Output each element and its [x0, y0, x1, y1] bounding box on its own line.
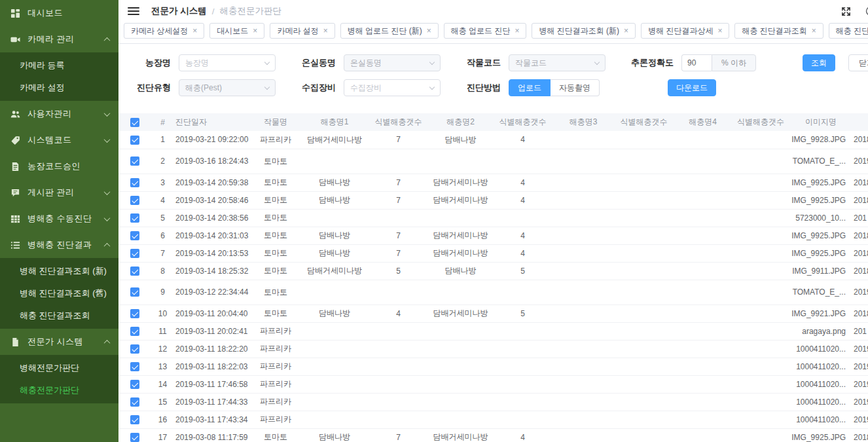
tab-4[interactable]: 병해 업로드 진단 (新)× — [340, 23, 439, 39]
row-checkbox[interactable] — [130, 433, 139, 442]
tab-7[interactable]: 병해 진단결과상세× — [641, 23, 729, 39]
table-cell-pest1 — [302, 209, 367, 227]
tab-close-icon[interactable]: × — [427, 27, 431, 35]
search-button[interactable]: 조회 — [803, 54, 835, 71]
row-checkbox[interactable] — [130, 267, 139, 276]
sidebar-subitem-9-2[interactable]: 해충전문가판단 — [0, 379, 118, 401]
tab-1[interactable]: 카메라 상세설정× — [124, 23, 204, 39]
tab-3[interactable]: 카메라 설정× — [270, 23, 335, 39]
crop-code-select[interactable]: 작물코드 — [509, 54, 606, 71]
table-cell-pest4 — [675, 322, 731, 340]
chevron-down-icon — [264, 84, 270, 89]
select-all-checkbox[interactable] — [130, 118, 139, 127]
crop-code-label: 작물코드 — [459, 57, 501, 69]
row-checkbox[interactable] — [130, 380, 139, 389]
table-cell-count1: 5 — [367, 262, 429, 280]
sidebar-item-9[interactable]: 전문가 시스템 — [0, 329, 118, 355]
sidebar-subitem-8-2[interactable]: 병해 진단결과조회 (舊) — [0, 282, 118, 304]
farm-select[interactable]: 농장명 — [179, 54, 276, 71]
table-cell-crop: 토마토 — [249, 174, 302, 191]
table-header-row: #진단일자작물명해충명1식별해충갯수해충명2식별해충갯수해충명3식별해충갯수해충… — [118, 113, 868, 131]
table-cell-crop: 파프리카 — [249, 411, 302, 428]
sidebar-item-2[interactable]: 카메라 관리 — [0, 26, 118, 52]
sidebar-item-5[interactable]: 농장코드승인 — [0, 153, 118, 179]
tab-close-icon[interactable]: × — [192, 27, 197, 35]
sidebar-subitem-8-3[interactable]: 해충 진단결과조회 — [0, 304, 118, 327]
upload-toggle-button[interactable]: 업로드 — [509, 79, 551, 96]
greenhouse-select[interactable]: 온실동명 — [344, 54, 441, 71]
row-checkbox[interactable] — [130, 157, 139, 166]
sidebar-item-3[interactable]: 사용자관리 — [0, 101, 118, 127]
tab-close-icon[interactable]: × — [323, 27, 328, 35]
row-checkbox[interactable] — [130, 287, 139, 297]
chevron-down-icon — [104, 110, 111, 117]
table-cell-pest3 — [554, 322, 613, 340]
sidebar-item-6[interactable]: 게시판 관리 — [0, 179, 118, 206]
accuracy-input[interactable] — [681, 54, 712, 71]
row-checkbox[interactable] — [130, 249, 139, 258]
table-cell-no: 7 — [151, 244, 174, 262]
sidebar-subitem-9-1[interactable]: 병해전문가판단 — [0, 357, 118, 379]
row-checkbox[interactable] — [130, 415, 139, 424]
row-checkbox[interactable] — [130, 397, 139, 407]
diag-type-select[interactable]: 해충(Pest) — [179, 79, 276, 96]
main-area: 전문가 시스템 / 해충전문가판단 카메라 상세설정×대시보드×카메라 설정×병… — [118, 0, 868, 442]
table-cell-image: IMG_9928.JPG — [791, 131, 851, 149]
farm-select-value: 농장명 — [185, 58, 209, 69]
tab-close-icon[interactable]: × — [253, 27, 257, 35]
row-checkbox[interactable] — [130, 327, 139, 336]
results-table: #진단일자작물명해충명1식별해충갯수해충명2식별해충갯수해충명3식별해충갯수해충… — [118, 113, 868, 442]
tab-close-icon[interactable]: × — [515, 27, 519, 35]
user-icon[interactable] — [865, 6, 868, 16]
device-select[interactable]: 수집장비 — [344, 79, 441, 96]
tab-close-icon[interactable]: × — [624, 27, 628, 35]
table-cell-pest2 — [429, 358, 492, 375]
sidebar-subitem-8-1[interactable]: 병해 진단결과조회 (新) — [0, 260, 118, 282]
sidebar-item-7[interactable]: 병해충 수동진단 — [0, 206, 118, 232]
row-checkbox[interactable] — [130, 309, 139, 318]
sidebar-item-1[interactable]: 대시보드 — [0, 0, 118, 26]
download-button[interactable]: 다운로드 — [668, 79, 716, 96]
row-checkbox[interactable] — [130, 178, 139, 187]
table-cell-pest1 — [302, 375, 367, 393]
table-cell-count1: 7 — [367, 131, 429, 149]
sidebar-subitem-2-2[interactable]: 카메라 설정 — [0, 77, 118, 99]
table-cell-pest4 — [675, 131, 731, 149]
table-cell-pest4 — [675, 411, 731, 428]
tab-6[interactable]: 병해 진단결과조회 (新)× — [532, 23, 636, 39]
table-cell-count4 — [731, 149, 791, 174]
table-cell-image: IMG_9925.JPG — [791, 428, 851, 442]
row-checkbox[interactable] — [130, 231, 139, 240]
tab-5[interactable]: 해충 업로드 진단× — [444, 23, 527, 39]
table-row: 62019-03-14 20:31:03토마토담배나방7담배거세미나방4IMG_… — [118, 227, 868, 244]
table-cell-pest1 — [302, 358, 367, 375]
sidebar-item-8[interactable]: 병해충 진단결과 — [0, 232, 118, 258]
table-cell-date: 2019-03-11 18:22:03 — [174, 358, 249, 375]
tab-8[interactable]: 해충 진단결과조회× — [734, 23, 823, 39]
table-cell-extra: 2018 — [851, 428, 868, 442]
tab-2[interactable]: 대시보드× — [209, 23, 264, 39]
table-cell-count2: 4 — [492, 174, 554, 191]
table-cell-pest1: 담배나방 — [302, 227, 367, 244]
tab-9[interactable]: 해충 진단결과상세× — [829, 23, 868, 39]
table-cell-image: TOMATO_E_... — [791, 280, 851, 304]
sidebar-subitem-2-1[interactable]: 카메라 등록 — [0, 54, 118, 77]
row-checkbox[interactable] — [130, 213, 139, 223]
tab-label: 병해 진단결과상세 — [648, 26, 713, 37]
auto-capture-toggle-button[interactable]: 자동촬영 — [551, 79, 600, 96]
hamburger-icon[interactable] — [128, 7, 139, 16]
table-cell-count1: 7 — [367, 191, 429, 209]
breadcrumb-section[interactable]: 전문가 시스템 — [151, 5, 207, 17]
sidebar-item-4[interactable]: 시스템코드 — [0, 127, 118, 153]
column-header: # — [151, 113, 174, 131]
table-cell-image: 1000411020... — [791, 375, 851, 393]
row-checkbox[interactable] — [130, 136, 139, 145]
row-checkbox[interactable] — [130, 196, 139, 205]
tab-close-icon[interactable]: × — [812, 27, 816, 35]
tag-icon — [10, 136, 20, 145]
tab-close-icon[interactable]: × — [717, 27, 722, 35]
row-checkbox[interactable] — [130, 344, 139, 354]
fullscreen-icon[interactable] — [841, 7, 851, 16]
row-checkbox[interactable] — [130, 362, 139, 371]
close-button[interactable]: 닫기 — [848, 54, 868, 71]
